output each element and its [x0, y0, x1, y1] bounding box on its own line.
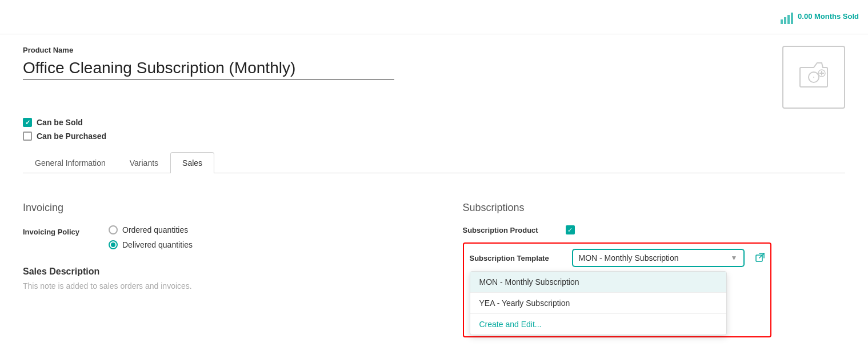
checkboxes: Can be Sold Can be Purchased	[23, 118, 845, 141]
ordered-quantities-option[interactable]: Ordered quantities	[109, 225, 193, 234]
can-be-purchased-label: Can be Purchased	[37, 132, 106, 141]
can-be-sold-label: Can be Sold	[37, 118, 83, 127]
subscription-template-dropdown: MON - Monthly Subscription YEA - Yearly …	[470, 271, 727, 335]
subscription-template-input[interactable]	[579, 253, 726, 262]
tab-general-information[interactable]: General Information	[23, 152, 118, 173]
product-name-row: Product Name	[23, 46, 845, 109]
invoicing-policy-label: Invoicing Policy	[23, 225, 97, 236]
subscription-template-highlight-box: Subscription Template ▼ MON - Monthly Su…	[463, 242, 771, 337]
bar3	[787, 15, 790, 24]
sales-description-section: Sales Description This note is added to …	[23, 267, 406, 291]
bar1	[781, 19, 783, 24]
right-section: Subscriptions Subscription Product Subsc…	[440, 202, 846, 337]
can-be-purchased-checkbox[interactable]	[23, 132, 32, 141]
image-placeholder[interactable]	[782, 46, 845, 109]
left-section: Invoicing Invoicing Policy Ordered quant…	[23, 202, 440, 337]
subscription-template-label: Subscription Template	[470, 254, 561, 262]
svg-point-1	[813, 77, 814, 78]
delivered-quantities-option[interactable]: Delivered quantities	[109, 240, 193, 249]
product-name-input[interactable]	[23, 57, 394, 80]
tabs: General Information Variants Sales	[23, 152, 845, 173]
months-sold-text: 0.00 Months Sold	[798, 12, 859, 22]
dropdown-arrow-icon[interactable]: ▼	[731, 254, 738, 262]
tab-variants[interactable]: Variants	[118, 152, 170, 173]
subscription-product-checkbox[interactable]	[566, 225, 575, 234]
subscription-product-label: Subscription Product	[463, 226, 554, 234]
sales-description-title: Sales Description	[23, 267, 406, 277]
bar2	[784, 17, 786, 24]
ordered-quantities-label: Ordered quantities	[122, 225, 188, 234]
external-link-icon[interactable]	[755, 253, 765, 264]
invoicing-policy-row: Invoicing Policy Ordered quantities Deli…	[23, 225, 406, 249]
create-and-edit-option[interactable]: Create and Edit...	[470, 314, 726, 335]
can-be-sold-row: Can be Sold	[23, 118, 845, 127]
subscription-template-row: Subscription Template ▼	[470, 249, 765, 267]
bar-chart-icon	[781, 10, 793, 24]
product-name-label: Product Name	[23, 46, 759, 54]
top-bar: 0.00 Months Sold	[0, 0, 868, 34]
ordered-radio[interactable]	[109, 225, 118, 234]
delivered-quantities-label: Delivered quantities	[122, 240, 193, 249]
subscriptions-section-title: Subscriptions	[463, 202, 846, 214]
can-be-purchased-row: Can be Purchased	[23, 132, 845, 141]
product-name-container: Product Name	[23, 46, 759, 80]
months-sold-widget: 0.00 Months Sold	[781, 10, 859, 24]
delivered-radio[interactable]	[109, 240, 118, 249]
main-content: Invoicing Invoicing Policy Ordered quant…	[0, 185, 868, 354]
tab-sales[interactable]: Sales	[170, 152, 214, 173]
invoicing-policy-options: Ordered quantities Delivered quantities	[109, 225, 193, 249]
dropdown-item-mon[interactable]: MON - Monthly Subscription	[470, 272, 726, 292]
camera-icon	[799, 62, 828, 93]
sales-description-hint: This note is added to sales orders and i…	[23, 281, 406, 291]
subscription-product-row: Subscription Product	[463, 225, 846, 234]
form-area: Product Name Can be Sold Can be	[0, 34, 868, 185]
invoicing-section-title: Invoicing	[23, 202, 406, 214]
can-be-sold-checkbox[interactable]	[23, 118, 32, 127]
bar4	[791, 13, 793, 24]
dropdown-item-yea[interactable]: YEA - Yearly Subscription	[470, 293, 726, 313]
subscription-template-input-wrapper: ▼	[573, 249, 744, 267]
